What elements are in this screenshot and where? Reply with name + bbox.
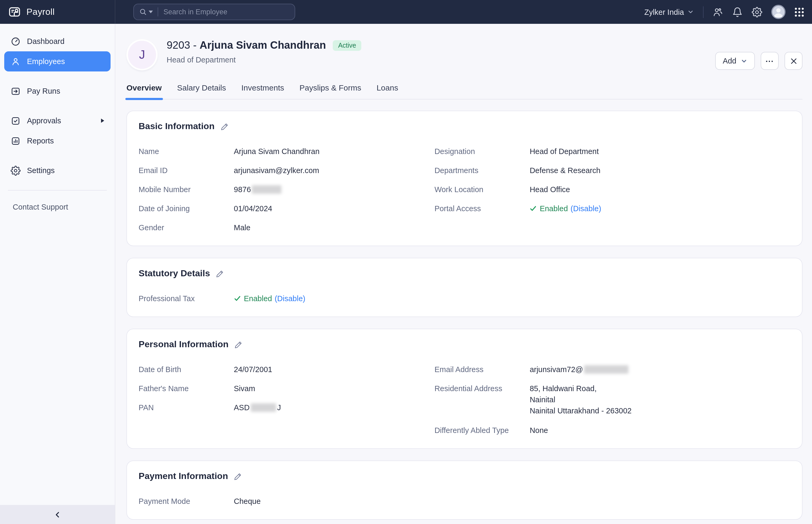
tab-investments[interactable]: Investments xyxy=(241,83,284,99)
global-search xyxy=(133,4,295,20)
tab-payslips-forms[interactable]: Payslips & Forms xyxy=(300,83,361,99)
employee-id: 9203 - xyxy=(167,39,200,51)
sidebar-item-dashboard[interactable]: Dashboard xyxy=(4,31,111,51)
bell-icon[interactable] xyxy=(732,6,743,17)
sidebar-item-settings[interactable]: Settings xyxy=(4,160,111,180)
personal-information-card: Personal Information Date of Birth 24/07… xyxy=(126,329,802,449)
field-value: 85, Haldwani Road, Nainital Nainital Utt… xyxy=(530,383,632,416)
gear-icon[interactable] xyxy=(752,6,762,17)
field-value: arjunasivam@zylker.com xyxy=(234,165,319,176)
check-icon xyxy=(530,205,537,212)
apps-grid-icon[interactable] xyxy=(795,7,804,17)
tab-salary-details[interactable]: Salary Details xyxy=(177,83,226,99)
sidebar-item-pay-runs[interactable]: Pay Runs xyxy=(4,81,111,101)
search-scope-button[interactable] xyxy=(139,8,153,16)
divider xyxy=(158,7,158,16)
sidebar-nav: Dashboard Employees Pay Runs xyxy=(0,24,115,505)
search-input[interactable] xyxy=(164,8,269,16)
address-line: Nainital Uttarakhand - 263002 xyxy=(530,406,632,416)
edit-icon[interactable] xyxy=(216,270,224,278)
app-title: Payroll xyxy=(27,6,55,17)
redacted-text xyxy=(251,403,276,412)
caret-down-icon xyxy=(149,11,153,13)
close-button[interactable] xyxy=(784,52,802,70)
field-value: Head Office xyxy=(530,184,570,195)
redacted-text xyxy=(584,365,629,374)
field-label: Father's Name xyxy=(139,383,234,394)
dashboard-icon xyxy=(11,36,21,46)
field-label: Portal Access xyxy=(435,203,530,214)
org-switcher[interactable]: Zylker India xyxy=(644,8,694,16)
main-content: J 9203 - Arjuna Sivam Chandhran Active H… xyxy=(115,24,812,524)
employees-icon xyxy=(11,56,21,66)
user-avatar[interactable] xyxy=(771,5,785,19)
portal-access-disable-link[interactable]: (Disable) xyxy=(571,203,601,214)
portal-access-status: Enabled xyxy=(540,203,568,214)
employee-title: 9203 - Arjuna Sivam Chandhran xyxy=(167,39,326,51)
sidebar-item-label: Settings xyxy=(27,166,55,175)
field-mobile-number: Mobile Number 9876 xyxy=(139,184,435,195)
tab-overview[interactable]: Overview xyxy=(126,83,162,99)
fields-right: Designation Head of Department Departmen… xyxy=(435,146,790,233)
pay-runs-icon xyxy=(11,86,21,96)
check-icon xyxy=(234,295,241,302)
field-label: Departments xyxy=(435,165,530,176)
field-value: None xyxy=(530,425,548,436)
sidebar-divider xyxy=(8,190,107,191)
settings-icon xyxy=(11,165,21,176)
professional-tax-disable-link[interactable]: (Disable) xyxy=(274,293,305,304)
field-label: Residential Address xyxy=(435,383,530,416)
address-line: Nainital xyxy=(530,394,632,406)
professional-tax-status: Enabled xyxy=(244,293,272,304)
topbar-right: Zylker India xyxy=(644,5,812,19)
employee-name: Arjuna Sivam Chandhran xyxy=(200,39,326,51)
tab-loans[interactable]: Loans xyxy=(377,83,398,99)
address-line: 85, Haldwani Road, xyxy=(530,383,632,394)
sidebar-collapse-button[interactable] xyxy=(0,505,115,524)
app-window: Payroll Zylker India xyxy=(0,0,812,524)
field-value: 9876 xyxy=(234,184,283,195)
more-icon: ... xyxy=(765,59,774,63)
add-button[interactable]: Add xyxy=(715,52,755,70)
field-label: Email Address xyxy=(435,364,530,375)
edit-icon[interactable] xyxy=(234,341,242,348)
edit-icon[interactable] xyxy=(220,122,228,130)
contact-support-link[interactable]: Contact Support xyxy=(13,203,115,211)
statutory-details-card: Statutory Details Professional Tax Enabl… xyxy=(126,258,802,317)
field-gender: Gender Male xyxy=(139,222,435,233)
payroll-logo-icon xyxy=(8,5,21,18)
fields-right: Email Address arjunsivam72@ Residential … xyxy=(435,364,790,436)
card-title: Personal Information xyxy=(139,339,229,350)
overview-cards: Basic Information Name Arjuna Sivam Chan… xyxy=(126,111,802,520)
field-label: PAN xyxy=(139,402,234,413)
field-value: Male xyxy=(234,222,251,233)
status-badge: Active xyxy=(333,40,361,51)
field-label: Date of Joining xyxy=(139,203,234,214)
card-title: Statutory Details xyxy=(139,268,210,279)
field-label: Name xyxy=(139,146,234,157)
field-value: 01/04/2024 xyxy=(234,203,272,214)
field-value: 24/07/2001 xyxy=(234,364,272,375)
sidebar-item-label: Dashboard xyxy=(27,37,65,46)
field-payment-mode: Payment Mode Cheque xyxy=(139,496,790,507)
sidebar-item-reports[interactable]: Reports xyxy=(4,131,111,151)
field-value: ASDJ xyxy=(234,402,281,413)
more-button[interactable]: ... xyxy=(761,52,779,70)
topbar: Payroll Zylker India xyxy=(0,0,812,24)
redacted-text xyxy=(252,185,282,194)
edit-icon[interactable] xyxy=(234,472,242,480)
fields-left: Name Arjuna Sivam Chandhran Email ID arj… xyxy=(139,146,435,233)
field-work-location: Work Location Head Office xyxy=(435,184,790,195)
field-label: Work Location xyxy=(435,184,530,195)
org-name: Zylker India xyxy=(644,8,684,16)
employee-designation: Head of Department xyxy=(167,55,361,64)
sidebar-item-employees[interactable]: Employees xyxy=(4,51,111,71)
card-title: Basic Information xyxy=(139,121,215,132)
field-residential-address: Residential Address 85, Haldwani Road, N… xyxy=(435,383,790,416)
field-pan: PAN ASDJ xyxy=(139,402,435,413)
users-icon[interactable] xyxy=(713,6,723,17)
sidebar-item-label: Pay Runs xyxy=(27,87,60,95)
sidebar-item-approvals[interactable]: Approvals xyxy=(4,111,111,131)
field-portal-access: Portal Access Enabled (Disable) xyxy=(435,203,790,214)
fields-left: Date of Birth 24/07/2001 Father's Name S… xyxy=(139,364,435,436)
